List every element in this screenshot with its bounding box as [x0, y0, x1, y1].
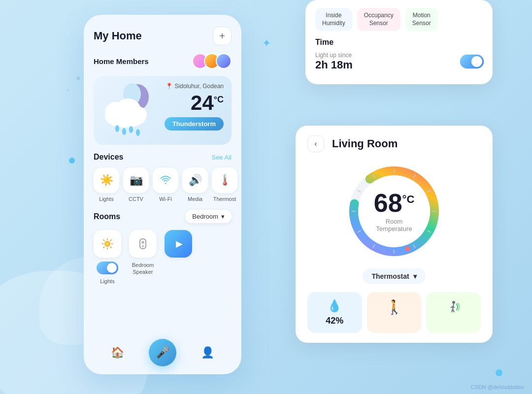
time-value: 2h 18m	[315, 59, 353, 71]
gauge-temperature: 68°C	[374, 190, 415, 216]
mic-icon: 🎤	[156, 346, 169, 359]
back-button[interactable]: ‹	[307, 135, 324, 152]
thermostat-chevron-icon: ▾	[413, 272, 417, 280]
device-thermostat: 🌡️ Thermost	[212, 167, 237, 202]
home-nav-icon[interactable]: 🏠	[111, 346, 124, 359]
living-room-title: Living Room	[332, 137, 398, 150]
thermostat-select[interactable]: Thermostat ▾	[363, 268, 425, 284]
rooms-header: Rooms Bedroom ▾	[94, 210, 232, 223]
sensor-chips-row: InsideHumidity OccupancySensor MotionSen…	[315, 8, 483, 31]
svg-line-40	[451, 306, 453, 308]
room-lights-label: Lights	[100, 278, 114, 284]
svg-point-9	[136, 129, 140, 136]
dot-2	[496, 369, 502, 376]
motion-icon	[446, 299, 462, 318]
device-cctv: 📷 CCTV	[123, 167, 149, 202]
humidity-sensor-card: 💧 42%	[307, 292, 362, 333]
motion-sensor-card	[426, 292, 481, 333]
svg-point-7	[122, 128, 126, 135]
sensor-cards-row: 💧 42% 🚶	[307, 292, 481, 333]
dot-1	[69, 158, 75, 164]
device-lights: ☀️ Lights	[94, 167, 119, 202]
svg-point-38	[452, 301, 455, 304]
phone-title: My Home	[94, 30, 142, 42]
weather-info: 📍 Sidoluhur, Godean 24°C Thunderstorm	[165, 83, 224, 131]
play-icon-wrap[interactable]: ▶	[165, 230, 192, 258]
wifi-label: Wi-Fi	[159, 196, 172, 202]
sparkle-1: ✦	[262, 37, 271, 50]
thermostat-select-label: Thermostat	[371, 272, 409, 280]
phone-left: My Home + Home Members	[84, 15, 241, 374]
avatars-group	[192, 53, 232, 69]
device-wifi: Wi-Fi	[153, 167, 178, 202]
svg-line-16	[110, 247, 111, 248]
chevron-down-icon: ▾	[221, 213, 225, 220]
motion-sensor-chip: MotionSensor	[405, 8, 438, 31]
lights-toggle[interactable]	[97, 262, 118, 274]
room-device-lights: Lights	[94, 230, 121, 284]
thermostat-label: Thermost	[213, 196, 236, 202]
thermostat-icon[interactable]: 🌡️	[212, 167, 237, 193]
living-room-panel: ‹ Living Room	[296, 126, 493, 343]
living-room-header: ‹ Living Room	[307, 135, 481, 152]
room-devices-row: Lights BedroomSpeaker ▶	[94, 230, 232, 284]
weather-icon	[99, 83, 158, 137]
devices-title: Devices	[94, 153, 124, 162]
watermark: CSDN @defdsddddev	[471, 384, 524, 390]
room-speaker-icon	[129, 230, 157, 258]
time-section: Time Light up since 2h 18m	[315, 38, 483, 71]
time-sensor-panel: InsideHumidity OccupancySensor MotionSen…	[305, 0, 493, 84]
wifi-icon[interactable]	[153, 167, 178, 193]
weather-condition-badge: Thunderstorm	[165, 117, 224, 131]
inside-humidity-chip: InsideHumidity	[315, 8, 352, 31]
occupancy-sensor-chip: OccupancySensor	[357, 8, 400, 31]
mic-button[interactable]: 🎤	[149, 339, 176, 366]
media-icon[interactable]: 🔊	[182, 167, 208, 193]
profile-nav-icon[interactable]: 👤	[201, 346, 214, 359]
svg-point-6	[115, 125, 119, 132]
cctv-label: CCTV	[129, 196, 143, 202]
lights-label: Lights	[99, 196, 113, 202]
weather-location: 📍 Sidoluhur, Godean	[165, 83, 224, 90]
lights-icon[interactable]: ☀️	[94, 167, 119, 193]
room-select-dropdown[interactable]: Bedroom ▾	[185, 210, 232, 223]
gauge-center: 68°C RoomTemperature	[374, 190, 415, 232]
svg-line-15	[103, 240, 104, 241]
svg-line-18	[110, 240, 111, 241]
svg-point-22	[142, 246, 143, 247]
play-icon: ▶	[176, 238, 183, 249]
home-members-label: Home Members	[94, 57, 149, 66]
device-media: 🔊 Media	[182, 167, 208, 202]
dot-4	[66, 89, 69, 92]
person-icon: 🚶	[386, 299, 403, 315]
home-members-row: Home Members	[94, 53, 232, 69]
time-info: Light up since 2h 18m	[315, 52, 353, 71]
time-toggle[interactable]	[460, 55, 484, 69]
add-button[interactable]: +	[213, 27, 232, 45]
weather-temperature: 24°C	[165, 93, 224, 113]
rooms-title: Rooms	[94, 212, 120, 221]
time-title: Time	[315, 38, 483, 47]
time-row: Light up since 2h 18m	[315, 52, 483, 71]
room-speaker-label: BedroomSpeaker	[132, 262, 154, 276]
see-all-link[interactable]: See All	[212, 154, 232, 161]
room-select-label: Bedroom	[192, 213, 218, 220]
thermostat-dropdown-container: Thermostat ▾	[307, 268, 481, 284]
devices-header: Devices See All	[94, 153, 232, 162]
back-icon: ‹	[314, 139, 317, 148]
devices-row: ☀️ Lights 📷 CCTV Wi-Fi 🔊 Media 🌡️	[94, 167, 232, 202]
svg-line-17	[103, 247, 104, 248]
room-lights-icon	[94, 230, 121, 258]
svg-line-43	[453, 309, 454, 312]
room-device-speaker: BedroomSpeaker	[129, 230, 157, 276]
cctv-icon[interactable]: 📷	[123, 167, 149, 193]
humidity-icon: 💧	[327, 299, 342, 313]
light-up-label: Light up since	[315, 52, 353, 59]
occupancy-sensor-card: 🚶	[367, 292, 422, 333]
weather-card: 📍 Sidoluhur, Godean 24°C Thunderstorm	[94, 76, 232, 145]
humidity-value: 42%	[326, 316, 343, 326]
svg-point-20	[141, 241, 144, 244]
dot-3	[76, 76, 80, 80]
avatar-3	[216, 53, 232, 69]
room-device-play: ▶	[165, 230, 192, 258]
